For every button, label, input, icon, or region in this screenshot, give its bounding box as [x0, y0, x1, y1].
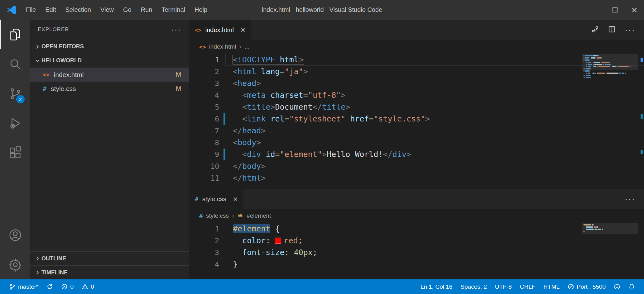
color-swatch[interactable]	[275, 238, 281, 244]
maximize-icon	[613, 7, 618, 12]
code-editor-html[interactable]: 1<!DOCTYPE html>2<html lang="ja">3<head>…	[189, 53, 644, 189]
code-text: <html lang="ja">	[225, 66, 308, 78]
tab-label: style.css	[202, 196, 226, 203]
code-line[interactable]: 8<body>	[189, 137, 644, 149]
close-button[interactable]: ×	[625, 0, 644, 20]
activity-settings[interactable]	[0, 250, 30, 279]
minimap-line	[584, 62, 636, 63]
menu-terminal[interactable]: Terminal	[157, 0, 190, 20]
minimize-icon	[593, 10, 598, 10]
css-file-icon: #	[43, 85, 46, 92]
file-list: <>index.htmlM#style.cssM	[30, 68, 189, 96]
maximize-button[interactable]	[605, 0, 625, 20]
line-number: 3	[189, 247, 219, 258]
menu-help[interactable]: Help	[190, 0, 212, 20]
code-text: </body>	[225, 160, 266, 172]
status-indentation[interactable]: Spaces: 2	[456, 279, 491, 294]
status-problems-errors[interactable]: 0	[57, 279, 78, 294]
html-file-icon: <>	[43, 71, 50, 78]
status-git-branch[interactable]: master*	[5, 279, 42, 294]
code-line[interactable]: 11</html>	[189, 172, 644, 184]
status-eol[interactable]: CRLF	[516, 279, 540, 294]
code-token: :	[285, 248, 294, 257]
code-line[interactable]: 6 <link rel="stylesheet" href="style.css…	[189, 113, 644, 125]
code-line[interactable]: 4}	[189, 258, 644, 270]
breadcrumb-item[interactable]: index.html	[209, 43, 236, 50]
menu-go[interactable]: Go	[118, 0, 136, 20]
file-row-style-css[interactable]: #style.cssM	[30, 82, 189, 96]
breadcrumb-item[interactable]: #element	[247, 212, 271, 219]
code-line[interactable]: 5 <title>Document</title>	[189, 101, 644, 113]
minimize-button[interactable]	[586, 0, 605, 20]
activity-search[interactable]	[0, 49, 30, 79]
activity-explorer[interactable]	[0, 20, 30, 49]
status-language-mode[interactable]: HTML	[539, 279, 564, 294]
breadcrumb-item[interactable]: ...	[245, 43, 250, 50]
code-token: id	[266, 150, 275, 159]
code-line[interactable]: 4 <meta charset="utf-8">	[189, 89, 644, 101]
tab-style-css[interactable]: # style.css ×	[189, 189, 243, 209]
file-row-index-html[interactable]: <>index.htmlM	[30, 68, 189, 82]
code-line[interactable]: 9 <div id="element">Hello World!</div>	[189, 149, 644, 160]
close-tab-icon[interactable]: ×	[241, 26, 245, 34]
code-token: head	[242, 126, 261, 135]
code-token: >	[425, 114, 430, 123]
activity-source-control[interactable]: 2	[0, 79, 30, 108]
code-token: "ja"	[285, 67, 303, 76]
minimap[interactable]	[584, 224, 636, 233]
code-line[interactable]: 2 color: red;	[189, 235, 644, 247]
status-encoding[interactable]: UTF-8	[491, 279, 516, 294]
status-cursor-position[interactable]: Ln 1, Col 16	[416, 279, 456, 294]
status-live-server-port[interactable]: Port : 5500	[564, 279, 610, 294]
code-token: style.css	[378, 114, 421, 123]
code-line[interactable]: 1<!DOCTYPE html>	[189, 54, 644, 66]
code-token: body	[242, 162, 261, 171]
menu-edit[interactable]: Edit	[41, 0, 60, 20]
menu-view[interactable]: View	[96, 0, 118, 20]
split-editor-icon[interactable]	[608, 25, 616, 35]
overview-ruler[interactable]	[638, 53, 644, 189]
window-controls: ×	[586, 0, 644, 20]
code-token: #element	[233, 224, 270, 233]
open-editors-section[interactable]: OPEN EDITORS	[30, 40, 189, 54]
minimap-line	[584, 59, 636, 61]
close-tab-icon[interactable]: ×	[233, 195, 238, 203]
code-editor-css[interactable]: 1#element {2 color: red;3 font-size: 40p…	[189, 222, 644, 279]
code-line[interactable]: 3<head>	[189, 78, 644, 89]
activity-account[interactable]	[0, 220, 30, 250]
code-line[interactable]: 2<html lang="ja">	[189, 66, 644, 78]
outline-section[interactable]: OUTLINE	[30, 251, 189, 265]
breadcrumb-item[interactable]: style.css	[206, 212, 229, 219]
code-token: </	[383, 150, 392, 159]
code-line[interactable]: 1#element {	[189, 223, 644, 235]
code-token: <	[233, 138, 238, 147]
chevron-right-icon	[33, 43, 41, 50]
menu-selection[interactable]: Selection	[61, 0, 96, 20]
editor-actions: ···	[591, 20, 644, 40]
status-sync[interactable]	[42, 279, 57, 294]
timeline-section[interactable]: TIMELINE	[30, 265, 189, 279]
code-line[interactable]: 7</head>	[189, 125, 644, 137]
open-changes-icon[interactable]	[591, 25, 599, 35]
status-notifications[interactable]	[624, 279, 639, 294]
line-number: 1	[189, 223, 219, 235]
code-line[interactable]: 10</body>	[189, 160, 644, 172]
code-text: #element {	[225, 223, 280, 235]
code-token: meta	[247, 91, 266, 100]
activity-run-debug[interactable]	[0, 108, 30, 138]
status-feedback[interactable]	[610, 279, 624, 294]
code-lines: 1<!DOCTYPE html>2<html lang="ja">3<head>…	[189, 54, 644, 184]
code-token: title	[322, 102, 345, 111]
menu-run[interactable]: Run	[136, 0, 157, 20]
minimap[interactable]	[584, 55, 636, 79]
search-icon	[8, 57, 22, 71]
folder-section[interactable]: HELLOWORLD	[30, 54, 189, 68]
breadcrumb-separator: ›	[239, 43, 241, 51]
activity-extensions[interactable]	[0, 138, 30, 168]
tab-index-html[interactable]: <> index.html ×	[189, 20, 251, 40]
minimap-line	[584, 70, 636, 72]
menu-file[interactable]: File	[21, 0, 41, 20]
code-token: 40px	[294, 248, 313, 257]
status-problems-warnings[interactable]: 0	[78, 279, 98, 294]
code-line[interactable]: 3 font-size: 40px;	[189, 247, 644, 258]
